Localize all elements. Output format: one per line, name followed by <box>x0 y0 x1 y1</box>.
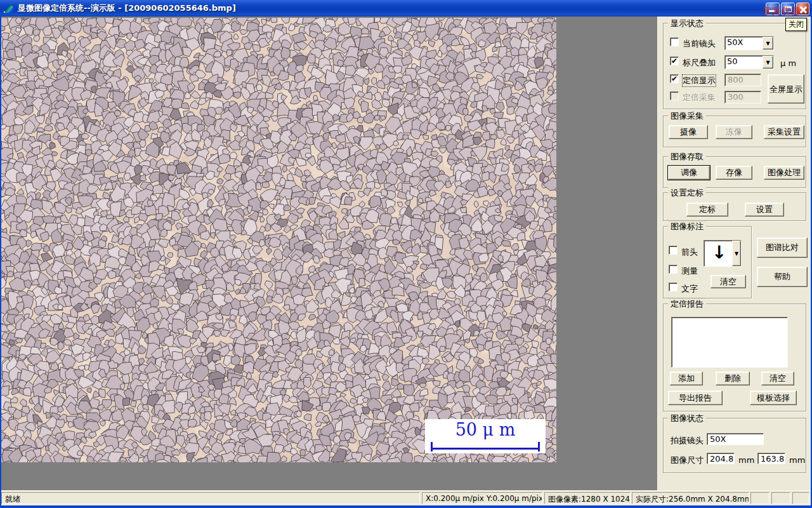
status-spare-panel <box>792 492 809 504</box>
fixed-capture-label: 定倍采集 <box>683 92 716 104</box>
group-title-calibration: 设置定标 <box>668 187 706 199</box>
current-lens-checkbox[interactable] <box>670 37 679 46</box>
image-process-button[interactable]: 图像处理 <box>764 166 804 180</box>
current-lens-label: 当前镜头 <box>683 38 716 50</box>
arrow-checkbox[interactable] <box>669 246 678 255</box>
fixed-capture-field: 300 <box>724 91 761 104</box>
chevron-down-icon[interactable]: ▼ <box>732 241 741 266</box>
width-unit-label: mm <box>738 455 754 465</box>
report-clear-button[interactable]: 清空 <box>761 371 794 385</box>
capture-lens-label: 拍摄镜头 <box>671 435 704 446</box>
text-checkbox[interactable] <box>669 283 678 291</box>
save-image-button[interactable]: 存像 <box>716 166 752 180</box>
chevron-down-icon[interactable]: ▼ <box>763 56 773 69</box>
freeze-button: 冻像 <box>716 125 752 139</box>
fixed-display-label: 定倍显示 <box>683 75 716 86</box>
scale-unit-label: μ m <box>780 58 796 68</box>
scale-overlay-label: 标尺叠加 <box>683 57 716 69</box>
report-export-button[interactable]: 导出报告 <box>668 391 723 405</box>
group-image-storage: 图像存取 调像 存像 图像处理 <box>663 156 806 188</box>
report-template-button[interactable]: 模板选择 <box>750 391 797 405</box>
image-height-field: 163.8 <box>757 453 785 464</box>
group-title-report: 定倍报告 <box>668 298 706 310</box>
window-title: 显微图像定倍系统--演示版 - [20090602055646.bmp] <box>18 0 236 17</box>
group-title-image-status: 图像状态 <box>668 413 706 424</box>
app-icon <box>4 3 14 13</box>
chevron-down-icon[interactable]: ▼ <box>763 37 773 50</box>
report-add-button[interactable]: 添加 <box>670 371 703 385</box>
atlas-compare-button[interactable]: 图谱比对 <box>757 237 808 258</box>
capture-button[interactable]: 摄像 <box>669 125 708 139</box>
scale-value: 50 <box>725 56 763 69</box>
text-label: 文字 <box>681 283 698 295</box>
scale-bar-line <box>431 448 540 450</box>
fixed-display-checkbox[interactable]: ✔ <box>670 74 679 83</box>
image-size-label: 图像尺寸 <box>671 455 704 466</box>
calibration-settings-button[interactable]: 设置 <box>745 203 784 217</box>
app-window: 显微图像定倍系统--演示版 - [20090602055646.bmp] 宜宾仪… <box>0 0 812 508</box>
status-spare-panel <box>771 492 790 504</box>
group-display-status: 显示状态 当前镜头 50X ▼ ✔ 标尺叠加 50 ▼ μ m ✔ 定倍显示 8… <box>663 23 806 109</box>
scale-bar-overlay: 50 μ m <box>425 419 546 453</box>
capture-lens-field: 50X <box>707 433 764 445</box>
scale-overlay-checkbox[interactable]: ✔ <box>670 57 679 65</box>
image-width-field: 204.8 <box>707 453 735 464</box>
close-tooltip: 关闭 <box>785 18 807 31</box>
height-unit-label: mm <box>789 455 805 465</box>
micrograph-image[interactable] <box>1 18 556 462</box>
scale-value-select[interactable]: 50 ▼ <box>724 55 774 69</box>
group-image-capture: 图像采集 摄像 冻像 采集设置 <box>663 116 806 147</box>
fixed-capture-checkbox <box>670 91 679 100</box>
group-image-status: 图像状态 拍摄镜头 50X 图像尺寸 204.8 mm 163.8 mm <box>663 418 806 473</box>
report-delete-button[interactable]: 删除 <box>716 371 750 385</box>
help-button[interactable]: 帮助 <box>757 267 808 287</box>
workspace-background: 50 μ m 显示状态 当前镜头 50X ▼ ✔ 标尺叠加 50 ▼ <box>1 17 810 490</box>
current-lens-select[interactable]: 50X ▼ <box>724 36 774 50</box>
arrow-down-icon: ↓ <box>704 241 732 266</box>
fixed-display-field: 800 <box>724 74 761 86</box>
group-title-annotation: 图像标注 <box>668 221 706 232</box>
group-title-image-capture: 图像采集 <box>668 110 706 122</box>
arrow-style-select[interactable]: ↓ ▼ <box>704 240 742 267</box>
group-title-image-storage: 图像存取 <box>668 151 706 163</box>
calibrate-button[interactable]: 定标 <box>686 203 728 217</box>
annotation-clear-button[interactable]: 清空 <box>710 275 746 288</box>
status-spare-panel <box>750 492 769 504</box>
watermark-text: 宜宾仪器 <box>763 6 801 17</box>
status-image-pixels: 图像像素:1280 X 1024 <box>544 492 631 504</box>
scale-bar-label: 50 μ m <box>425 420 546 439</box>
arrow-label: 箭头 <box>681 246 698 258</box>
group-annotation: 图像标注 箭头 测量 文字 ↓ ▼ 清空 <box>663 226 752 298</box>
group-title-display-status: 显示状态 <box>668 18 706 29</box>
status-bar: 就绪 X:0.200μ m/pix Y:0.200μ m/pix 图像像素:12… <box>1 490 811 505</box>
group-calibration: 设置定标 定标 设置 <box>663 192 806 221</box>
fullscreen-button[interactable]: 全屏显示 <box>768 74 804 104</box>
report-listbox[interactable] <box>671 317 788 368</box>
status-ready: 就绪 <box>1 492 420 504</box>
measure-label: 测量 <box>681 265 698 277</box>
title-bar[interactable]: 显微图像定倍系统--演示版 - [20090602055646.bmp] <box>0 0 812 17</box>
group-report: 定倍报告 添加 删除 清空 导出报告 模板选择 <box>663 304 806 411</box>
current-lens-value: 50X <box>725 37 763 50</box>
image-viewport[interactable]: 50 μ m <box>1 18 556 462</box>
load-image-button[interactable]: 调像 <box>667 165 710 180</box>
capture-settings-button[interactable]: 采集设置 <box>764 125 804 139</box>
measure-checkbox[interactable] <box>669 265 678 274</box>
control-panel: 显示状态 当前镜头 50X ▼ ✔ 标尺叠加 50 ▼ μ m ✔ 定倍显示 8… <box>657 17 811 490</box>
status-actual-size: 实际尺寸:256.0mm X 204.8mm <box>632 492 749 504</box>
status-pixel-scale: X:0.200μ m/pix Y:0.200μ m/pix <box>422 492 542 504</box>
